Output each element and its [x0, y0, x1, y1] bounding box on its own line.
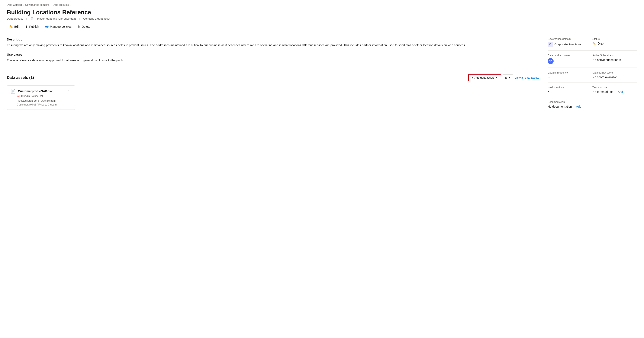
asset-subtitle-text: Cluedin Dataset V1 [21, 95, 43, 98]
page-type: Data product [7, 17, 22, 20]
publish-button[interactable]: ⬆ Publish [23, 24, 42, 30]
delete-icon: 🗑 [78, 25, 80, 28]
asset-name: CustomerprofileSAP.csv [18, 89, 52, 93]
frequency-value: -- [548, 75, 589, 79]
health-cell: Health actions 6 [548, 86, 592, 94]
doc-value: No documentation Add [548, 105, 589, 108]
asset-description: Ingested Data Set of type file from Cust… [17, 99, 72, 107]
add-data-assets-button[interactable]: + Add data assets ▼ [468, 74, 501, 81]
status-cell: Status ✏️ Draft [592, 37, 637, 47]
quality-value: No score available [592, 75, 634, 79]
dataset-icon: 📊 [17, 95, 20, 97]
subscribers-label: Active Subscribers [592, 54, 634, 57]
data-assets-section: Data assets (1) + Add data assets ▼ ⊞ ▼ … [7, 70, 539, 110]
data-assets-title: Data assets (1) [7, 75, 34, 80]
doc-label: Documentation [548, 101, 589, 104]
breadcrumb: Data Catalog › Governance domains › Data… [7, 3, 637, 6]
page-category-icon: 📋 [30, 17, 34, 20]
use-cases-text: This is a reference data source approved… [7, 58, 539, 63]
publish-icon: ⬆ [26, 25, 28, 28]
status-text: Draft [598, 42, 604, 45]
main-content: Description Ensuring we are only making … [7, 37, 637, 115]
terms-value: No terms of use Add [592, 90, 634, 94]
add-chevron-icon: ▼ [496, 76, 498, 79]
description-section: Description Ensuring we are only making … [7, 37, 539, 47]
page-category: Master data and reference data [37, 17, 76, 20]
asset-card-header: 📄 CustomerprofileSAP.csv ··· [10, 89, 72, 94]
quality-label: Data quality score [592, 71, 634, 74]
info-row-governance: Governance domain C Corporate Functions … [548, 37, 637, 50]
use-cases-title: Use cases [7, 53, 539, 56]
use-cases-section: Use cases This is a reference data sourc… [7, 53, 539, 63]
breadcrumb-datacatalog[interactable]: Data Catalog [7, 3, 22, 6]
frequency-label: Update frequency [548, 71, 589, 74]
view-chevron-icon: ▼ [508, 76, 510, 79]
frequency-cell: Update frequency -- [548, 71, 592, 79]
doc-cell: Documentation No documentation Add [548, 101, 592, 108]
page-title: Building Locations Reference [7, 9, 637, 16]
terms-label: Terms of use [592, 86, 634, 89]
page-contains: Contains 1 data asset [84, 17, 110, 20]
asset-title-row: 📄 CustomerprofileSAP.csv [10, 89, 52, 94]
grid-icon: ⊞ [505, 76, 508, 79]
info-row-frequency: Update frequency -- Data quality score N… [548, 71, 637, 82]
data-assets-header: Data assets (1) + Add data assets ▼ ⊞ ▼ … [7, 74, 539, 81]
governance-label: Governance domain [548, 37, 589, 40]
file-icon: 📄 [10, 89, 16, 94]
asset-card: 📄 CustomerprofileSAP.csv ··· 📊 Cluedin D… [7, 85, 75, 110]
add-icon: + [472, 76, 474, 79]
doc-add-link[interactable]: Add [576, 105, 582, 108]
description-title: Description [7, 37, 539, 41]
asset-subtitle: 📊 Cluedin Dataset V1 [17, 95, 72, 98]
owner-value: ND [548, 58, 589, 64]
asset-more-button[interactable]: ··· [67, 89, 72, 92]
view-all-link[interactable]: View all data assets [514, 76, 539, 79]
edit-icon: ✏️ [10, 25, 13, 28]
owner-cell: Data product owner ND [548, 54, 592, 64]
view-toggle-button[interactable]: ⊞ ▼ [503, 74, 513, 81]
subscribers-value: No active subscribers [592, 58, 634, 62]
delete-button[interactable]: 🗑 Delete [75, 24, 93, 30]
edit-button[interactable]: ✏️ Edit [7, 24, 22, 30]
draft-icon: ✏️ [592, 42, 596, 45]
subscribers-cell: Active Subscribers No active subscribers [592, 54, 637, 64]
breadcrumb-governance[interactable]: Governance domains [25, 3, 50, 6]
breadcrumb-dataproducts[interactable]: Data products [53, 3, 69, 6]
health-value: 6 [548, 90, 589, 94]
governance-value: C Corporate Functions [548, 42, 589, 47]
health-label: Health actions [548, 86, 589, 89]
info-row-health: Health actions 6 Terms of use No terms o… [548, 86, 637, 97]
status-value: ✏️ Draft [592, 42, 634, 45]
left-panel: Description Ensuring we are only making … [7, 37, 539, 115]
info-row-owner: Data product owner ND Active Subscribers… [548, 54, 637, 68]
page-subtitle: Data product | 📋 Master data and referen… [7, 17, 637, 20]
avatar: ND [548, 58, 554, 64]
manage-policies-button[interactable]: 👥 Manage policies [42, 24, 74, 30]
quality-cell: Data quality score No score available [592, 71, 637, 79]
governance-name: Corporate Functions [554, 43, 582, 46]
data-assets-actions: + Add data assets ▼ ⊞ ▼ View all data as… [468, 74, 539, 81]
governance-cell: Governance domain C Corporate Functions [548, 37, 592, 47]
terms-cell: Terms of use No terms of use Add [592, 86, 637, 94]
policies-icon: 👥 [45, 25, 48, 28]
owner-label: Data product owner [548, 54, 589, 57]
status-label: Status [592, 37, 634, 40]
info-row-documentation: Documentation No documentation Add [548, 101, 637, 112]
right-panel: Governance domain C Corporate Functions … [548, 37, 637, 115]
governance-badge: C [548, 42, 553, 47]
toolbar: ✏️ Edit ⬆ Publish 👥 Manage policies 🗑 De… [7, 24, 637, 32]
terms-add-link[interactable]: Add [618, 90, 623, 94]
description-text: Ensuring we are only making payments to … [7, 43, 539, 47]
